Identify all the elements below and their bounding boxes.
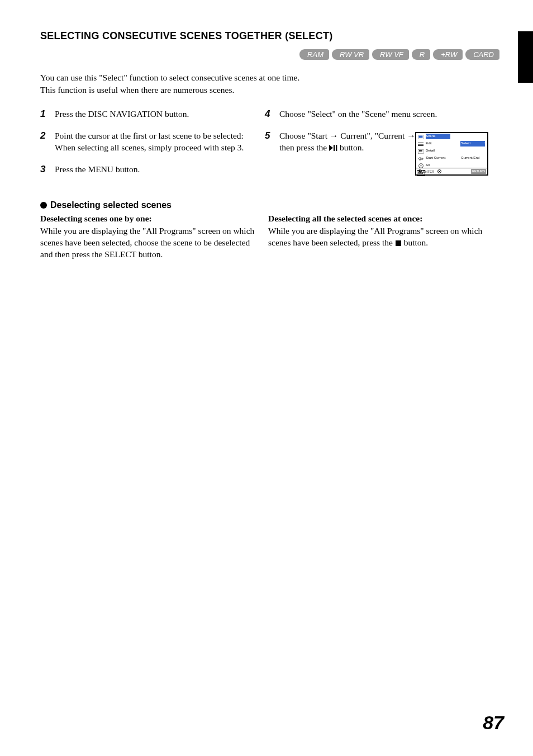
step-4-number: 4 [265,108,275,120]
return-ring-icon: ■ [437,169,441,173]
step-3: 3 Press the MENU button. [40,164,259,176]
pill-plusrw: +RW [433,49,463,60]
menu-row-edit: Edit [426,141,432,145]
menu-footer: ▶ENTER ■ RETURN [416,168,487,174]
pill-ram: RAM [299,49,329,60]
pill-card: CARD [465,49,499,60]
svg-rect-10 [419,152,422,152]
stop-icon [396,240,401,246]
page-number: 87 [483,710,504,736]
intro-text: You can use this "Select" function to se… [40,72,499,96]
deselect-one-body: While you are displaying the "All Progra… [40,225,260,261]
playlist-icon [416,148,425,155]
scene-icon [416,133,425,140]
menu-row-detail: Detail [426,148,435,153]
menu-screen-figure: etc Scene › Edit Select › Detail Sta [415,132,488,176]
svg-marker-0 [329,145,333,151]
deselect-heading-row: Deselecting selected scenes [40,199,499,211]
deselect-title: Deselecting selected scenes [50,199,172,211]
step-2: 2 Point the cursor at the first or last … [40,130,259,154]
chevron-right-icon: › [484,141,486,146]
bullet-icon [40,202,47,209]
step-2-text: Point the cursor at the first or last sc… [55,130,259,154]
arrow-icon: → [407,131,416,140]
svg-rect-9 [419,150,422,151]
menu-row-select: Select [461,141,470,145]
deselect-columns: Deselecting scenes one by one: While you… [40,213,499,261]
deselect-one-title: Deselecting scenes one by one: [40,213,260,225]
menu-row-start-current: Start Current [426,155,445,160]
step-5-number: 5 [265,130,275,141]
section-title: SELECTING CONSECUTIVE SCENES TOGETHER (S… [40,29,499,42]
pill-rwvf: RW VF [372,49,409,60]
list-icon [416,140,425,148]
step-4: 4 Choose "Select" on the "Scene" menu sc… [265,108,488,120]
svg-rect-1 [334,145,335,151]
menu-row-scene: Scene [426,134,436,138]
deselect-all-title: Deselecting all the selected scenes at o… [268,213,492,225]
step-1-text: Press the DISC NAVIGATION button. [55,108,259,120]
steps-area: 1 Press the DISC NAVIGATION button. 2 Po… [40,108,499,186]
return-caption: RETURN [471,169,486,173]
pill-rwvr: RW VR [332,49,369,60]
menu-row-current-end: Current End [461,155,479,160]
step-1-number: 1 [40,108,50,120]
play-pause-icon [329,143,337,154]
svg-point-13 [420,166,421,167]
edge-tab [518,31,533,83]
svg-rect-6 [418,144,423,144]
step-1: 1 Press the DISC NAVIGATION button. [40,108,259,120]
step-3-number: 3 [40,164,50,175]
svg-rect-7 [418,145,423,146]
chevron-right-icon: › [484,134,486,139]
goto-icon [416,155,425,162]
intro-line-1: You can use this "Select" function to se… [40,72,499,84]
svg-marker-11 [418,157,423,160]
svg-rect-5 [418,143,423,143]
pill-r: R [412,49,430,60]
step-3-text: Press the MENU button. [55,164,259,176]
format-pill-row: RAM RW VR RW VF R +RW CARD [40,49,499,60]
deselect-all-body: While you are displaying the "All Progra… [268,225,492,249]
svg-rect-4 [419,135,423,138]
menu-row-all: All [426,163,430,167]
step-2-number: 2 [40,130,50,141]
enter-ring-icon: ▶ [418,169,422,173]
intro-line-2: This function is useful when there are n… [40,84,499,96]
step-4-text: Choose "Select" on the "Scene" menu scre… [279,108,488,120]
arrow-icon: → [330,131,339,140]
